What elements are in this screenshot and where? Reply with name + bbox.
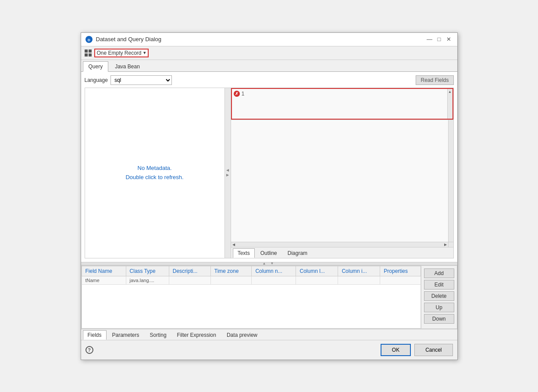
col-field-name: Field Name — [82, 266, 126, 276]
cell-column-i — [338, 276, 380, 284]
error-icon: ✗ — [234, 91, 240, 97]
fields-buttons: Add Edit Delete Up Down — [421, 266, 457, 328]
editor-splitter[interactable]: ◀ ▶ — [225, 88, 231, 258]
main-content: Language sql hql xpath MDX Read Fields N… — [81, 72, 457, 262]
add-button[interactable]: Add — [424, 268, 454, 278]
bottom-tabs: Fields Parameters Sorting Filter Express… — [81, 329, 457, 340]
main-window: D Dataset and Query Dialog — □ ✕ One Emp… — [81, 32, 458, 360]
no-metadata-text: No Metadata. Double click to refresh. — [125, 164, 183, 182]
scrollbar-corner — [448, 242, 453, 247]
up-button[interactable]: Up — [424, 303, 454, 312]
col-timezone: Time zone — [210, 266, 252, 276]
app-icon: D — [86, 36, 93, 43]
dataset-selector[interactable]: One Empty Record ▾ — [94, 49, 149, 57]
editor-tab-diagram[interactable]: Diagram — [283, 248, 312, 258]
cancel-button[interactable]: Cancel — [414, 344, 452, 356]
bottom-tab-filter[interactable]: Filter Expression — [172, 330, 221, 340]
cell-description — [169, 276, 210, 284]
scroll-up-arrow[interactable]: ▲ — [448, 89, 452, 95]
splitter-arrow-right: ▶ — [226, 173, 229, 177]
editor-tab-texts[interactable]: Texts — [233, 248, 255, 258]
table-row-empty — [82, 284, 420, 328]
cell-timezone — [210, 276, 252, 284]
right-panel: ✗ 1 ▲ ◀ ▶ Texts — [231, 88, 453, 258]
col-description: Descripti... — [169, 266, 210, 276]
svg-text:D: D — [88, 38, 90, 42]
tab-java-bean[interactable]: Java Bean — [109, 61, 146, 71]
col-column-i: Column i... — [338, 266, 380, 276]
footer-bar: ? OK Cancel — [81, 340, 457, 360]
scroll-right-arrow[interactable]: ▶ — [443, 243, 448, 247]
cell-properties — [380, 276, 421, 284]
scrollbar-right[interactable] — [448, 120, 453, 242]
language-select[interactable]: sql hql xpath MDX — [110, 75, 172, 85]
minimize-button[interactable]: — — [426, 35, 434, 43]
maximize-button[interactable]: □ — [435, 35, 443, 43]
bottom-tab-fields[interactable]: Fields — [83, 330, 107, 340]
no-metadata-line1: No Metadata. — [125, 164, 183, 173]
empty-row-cell — [82, 284, 420, 328]
scrollbar-top[interactable]: ▲ — [447, 89, 452, 119]
help-icon[interactable]: ? — [86, 346, 93, 354]
cell-column-n — [252, 276, 296, 284]
footer-left: ? — [86, 346, 93, 354]
query-editor-bottom[interactable]: ◀ ▶ — [231, 120, 453, 247]
dataset-dropdown-arrow[interactable]: ▾ — [143, 50, 146, 56]
fields-section: Field Name Class Type Descripti... Time … — [81, 265, 457, 329]
cell-class-type: java.lang.... — [126, 276, 169, 284]
col-column-l: Column l... — [296, 266, 338, 276]
delete-button[interactable]: Delete — [424, 291, 454, 301]
bottom-tab-preview[interactable]: Data preview — [222, 330, 262, 340]
close-button[interactable]: ✕ — [445, 35, 453, 43]
fields-table-wrap: Field Name Class Type Descripti... Time … — [82, 266, 421, 328]
title-bar-left: D Dataset and Query Dialog — [86, 36, 162, 43]
dataset-label: One Empty Record — [97, 50, 142, 56]
col-properties: Properties — [380, 266, 421, 276]
main-tabs-bar: Query Java Bean — [81, 60, 457, 72]
fields-table: Field Name Class Type Descripti... Time … — [82, 266, 421, 328]
scrollbar-bottom[interactable]: ◀ ▶ — [231, 242, 448, 247]
read-fields-button[interactable]: Read Fields — [416, 75, 453, 85]
fields-header-row: Field Name Class Type Descripti... Time … — [82, 266, 420, 276]
ok-button[interactable]: OK — [381, 344, 411, 356]
divider-bar[interactable]: ▲ ▼ — [81, 262, 457, 265]
no-metadata-line2: Double click to refresh. — [125, 173, 183, 182]
language-row: Language sql hql xpath MDX Read Fields — [85, 75, 454, 85]
window-title: Dataset and Query Dialog — [96, 36, 162, 42]
down-button[interactable]: Down — [424, 314, 454, 324]
cell-field-name: tName — [82, 276, 126, 284]
line-number: 1 — [242, 91, 245, 97]
grid-icon — [85, 49, 92, 57]
cell-column-l — [296, 276, 338, 284]
divider-arrows: ▲ ▼ — [262, 261, 275, 265]
col-column-n: Column n... — [252, 266, 296, 276]
footer-buttons: OK Cancel — [381, 344, 453, 356]
editor-tabs: Texts Outline Diagram — [231, 247, 453, 258]
fields-outer: Field Name Class Type Descripti... Time … — [81, 265, 457, 329]
table-row[interactable]: tName java.lang.... — [82, 276, 420, 284]
bottom-tab-sorting[interactable]: Sorting — [145, 330, 171, 340]
tab-query[interactable]: Query — [83, 61, 109, 72]
editor-tab-outline[interactable]: Outline — [256, 248, 282, 258]
splitter-arrow-left: ◀ — [226, 169, 229, 172]
scroll-left-arrow[interactable]: ◀ — [231, 243, 236, 247]
query-editor-top[interactable]: ✗ 1 ▲ — [231, 88, 453, 120]
title-bar: D Dataset and Query Dialog — □ ✕ — [81, 33, 457, 46]
editor-area: No Metadata. Double click to refresh. ◀ … — [85, 88, 454, 258]
no-metadata-panel[interactable]: No Metadata. Double click to refresh. — [85, 88, 225, 258]
toolbar: One Empty Record ▾ — [81, 46, 457, 60]
language-label: Language — [85, 77, 108, 83]
window-controls: — □ ✕ — [426, 35, 453, 43]
bottom-tab-parameters[interactable]: Parameters — [107, 330, 144, 340]
language-row-left: Language sql hql xpath MDX — [85, 75, 172, 85]
col-class-type: Class Type — [126, 266, 169, 276]
edit-button[interactable]: Edit — [424, 280, 454, 290]
